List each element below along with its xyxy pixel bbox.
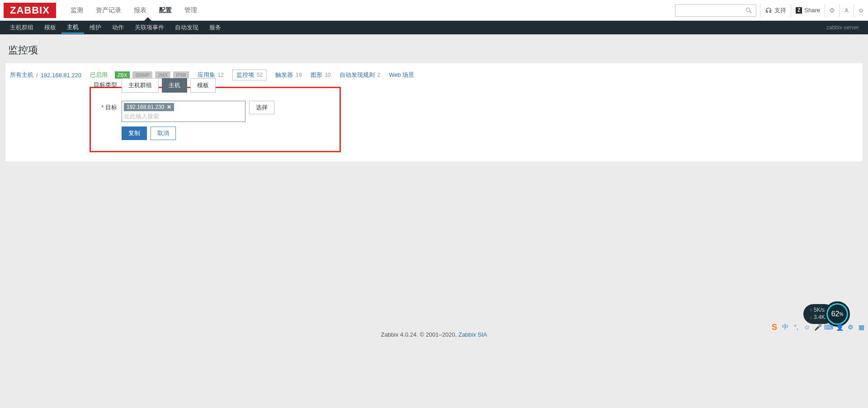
- bc-tab-web[interactable]: Web 场景: [389, 71, 414, 79]
- tool-user-icon[interactable]: 👤: [835, 323, 844, 331]
- pill-zbx: ZBX: [115, 71, 130, 79]
- support-button[interactable]: 支持: [760, 4, 791, 17]
- tool-cn-icon[interactable]: 中: [781, 323, 789, 331]
- power-icon: [859, 7, 863, 14]
- help-icon: [830, 7, 835, 14]
- tool-mic-icon[interactable]: 🎤: [814, 323, 822, 331]
- help-button[interactable]: [825, 4, 839, 17]
- card: 所有主机 / 192.168.81.220 已启用 ZBXSNMPJMXIPMI…: [5, 63, 863, 161]
- svg-line-1: [750, 11, 751, 13]
- float-tools: S 中 °, ☺ 🎤 ⌨ 👤 ⚙ ▦: [770, 323, 865, 331]
- cancel-button[interactable]: 取消: [151, 127, 176, 140]
- bc-tab-discovery[interactable]: 自动发现规则 2: [340, 71, 380, 79]
- tool-s-icon[interactable]: S: [770, 323, 778, 331]
- footer-text: Zabbix 4.0.24. © 2001–2020,: [381, 331, 458, 338]
- top-right: 支持 Z Share: [675, 0, 868, 21]
- nav-active-arrow-icon: [144, 17, 151, 21]
- top-header: ZABBIX 监测 资产记录 报表 配置 管理 支持 Z Share: [0, 0, 868, 21]
- nav-config[interactable]: 配置: [153, 0, 178, 21]
- pill-jmx: JMX: [155, 71, 170, 79]
- form-highlight-box: 目标类型 主机群组主机模板 *目标 192.168.81.230 ✕: [90, 87, 341, 152]
- subnav-actions[interactable]: 动作: [107, 21, 129, 34]
- nav-admin[interactable]: 管理: [178, 0, 203, 21]
- tool-dot-icon[interactable]: °,: [792, 323, 800, 331]
- bc-host-ip[interactable]: 192.168.81.220: [41, 72, 81, 79]
- target-search-input[interactable]: [124, 113, 243, 120]
- close-icon[interactable]: ✕: [167, 104, 171, 110]
- nav-inventory[interactable]: 资产记录: [90, 0, 127, 21]
- nav-monitor[interactable]: 监测: [64, 0, 90, 21]
- subnav-hostgroups[interactable]: 主机群组: [5, 21, 39, 34]
- cpu-value: 62: [831, 310, 840, 318]
- main-nav: 监测 资产记录 报表 配置 管理: [64, 0, 203, 21]
- server-name: zabbix-server: [826, 24, 863, 31]
- logout-button[interactable]: [854, 4, 868, 17]
- user-icon: [844, 7, 849, 14]
- target-type-hostgroup[interactable]: 主机群组: [122, 78, 159, 93]
- search-input[interactable]: [675, 4, 756, 17]
- target-multiselect[interactable]: 192.168.81.230 ✕: [122, 101, 245, 122]
- headset-icon: [765, 7, 772, 14]
- svg-point-3: [832, 11, 832, 11]
- subnav-templates[interactable]: 模板: [39, 21, 61, 34]
- share-button[interactable]: Z Share: [791, 4, 825, 17]
- tool-grid-icon[interactable]: ▦: [857, 323, 865, 331]
- subnav-hosts[interactable]: 主机: [61, 22, 84, 34]
- pill-snmp: SNMP: [132, 71, 152, 79]
- sub-nav: 主机群组 模板 主机 维护 动作 关联项事件 自动发现 服务 zabbix-se…: [0, 21, 868, 34]
- subnav-services[interactable]: 服务: [204, 21, 226, 34]
- bc-separator: /: [36, 72, 38, 79]
- page-title: 监控项: [8, 43, 863, 57]
- copy-button[interactable]: 复制: [122, 127, 147, 140]
- tool-keyboard-icon[interactable]: ⌨: [825, 323, 833, 331]
- subnav-maintenance[interactable]: 维护: [84, 21, 107, 34]
- share-label: Share: [804, 7, 820, 14]
- tool-gear-icon[interactable]: ⚙: [846, 323, 854, 331]
- tool-smile-icon[interactable]: ☺: [803, 323, 811, 331]
- target-type-label: 目标类型: [7, 78, 122, 89]
- svg-point-4: [846, 9, 848, 10]
- user-button[interactable]: [839, 4, 854, 17]
- support-label: 支持: [774, 6, 786, 14]
- logo[interactable]: ZABBIX: [4, 3, 56, 18]
- search-icon: [745, 7, 752, 14]
- content: 监控项 所有主机 / 192.168.81.220 已启用 ZBXSNMPJMX…: [0, 34, 868, 167]
- footer: Zabbix 4.0.24. © 2001–2020, Zabbix SIA: [0, 325, 868, 344]
- svg-point-0: [746, 8, 750, 11]
- select-button[interactable]: 选择: [249, 101, 274, 114]
- subnav-discovery[interactable]: 自动发现: [170, 21, 204, 34]
- footer-link[interactable]: Zabbix SIA: [458, 331, 487, 338]
- subnav-correlation[interactable]: 关联项事件: [129, 21, 170, 34]
- pill-ipmi: IPMI: [173, 71, 189, 79]
- target-chip: 192.168.81.230 ✕: [124, 103, 174, 111]
- target-chip-label: 192.168.81.230: [127, 104, 164, 110]
- target-label: *目标: [7, 101, 122, 112]
- z-badge-icon: Z: [796, 7, 802, 14]
- cpu-suffix: %: [839, 312, 843, 317]
- target-type-template[interactable]: 模板: [190, 78, 216, 93]
- target-type-host[interactable]: 主机: [162, 78, 187, 93]
